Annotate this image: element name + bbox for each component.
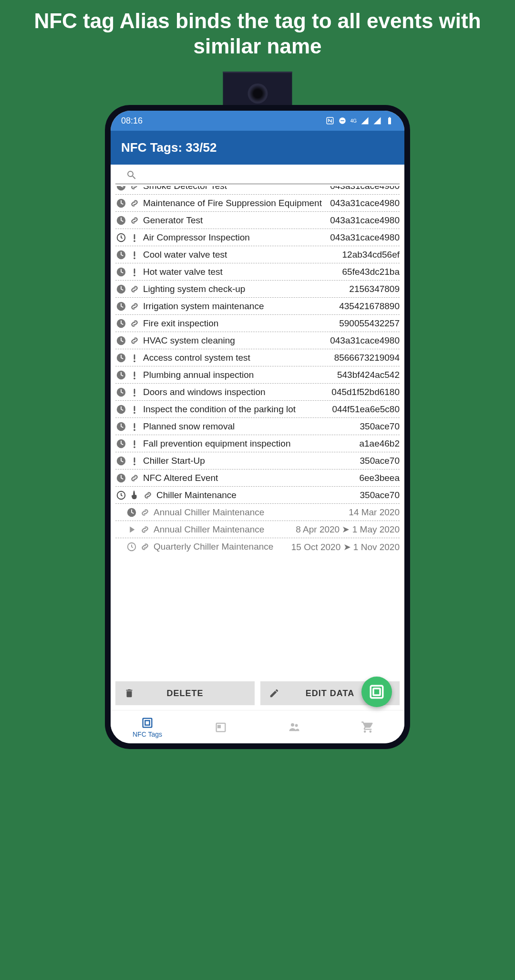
link-icon xyxy=(129,472,140,484)
people-nav-icon xyxy=(288,720,301,734)
list-item[interactable]: Plumbing annual inspection543bf424ac542 xyxy=(115,366,400,384)
list-item[interactable]: Access control system test8566673219094 xyxy=(115,349,400,366)
clock-filled-icon xyxy=(115,455,127,467)
svg-rect-3 xyxy=(388,118,391,125)
list-item[interactable]: Quarterly Chiller Maintenance15 Oct 2020… xyxy=(115,538,400,555)
svg-rect-4 xyxy=(389,117,391,118)
item-name: Maintenance of Fire Suppression Equipmen… xyxy=(142,198,325,209)
item-name: Annual Chiller Maintenance xyxy=(153,524,291,535)
svg-rect-15 xyxy=(134,268,135,273)
svg-point-16 xyxy=(134,274,135,276)
list-item[interactable]: Air Compressor Inspection043a31cace4980 xyxy=(115,229,400,246)
list-item[interactable]: Annual Chiller Maintenance8 Apr 2020 ➤ 1… xyxy=(115,521,400,538)
list-item[interactable]: Fire exit inspection590055432257 xyxy=(115,315,400,332)
item-value: 435421678890 xyxy=(336,301,400,312)
nfc-fab-icon xyxy=(369,684,385,700)
item-value: 043a31cace4980 xyxy=(327,215,400,226)
svg-point-53 xyxy=(291,723,294,726)
item-value: 12ab34cd56ef xyxy=(340,250,400,260)
delete-button[interactable]: DELETE xyxy=(115,681,255,705)
nav-cart[interactable] xyxy=(331,710,404,743)
search-icon xyxy=(126,169,137,181)
item-value: 14 Mar 2020 xyxy=(346,507,400,518)
list-item[interactable]: Irrigation system maintenance43542167889… xyxy=(115,298,400,315)
clock-filled-icon xyxy=(115,186,127,192)
tag-list[interactable]: Smoke Detector Test043a31cace4980Mainten… xyxy=(111,186,404,677)
excl-icon xyxy=(129,369,140,381)
excl-icon xyxy=(129,249,140,261)
svg-rect-9 xyxy=(134,234,135,239)
list-item[interactable]: Smoke Detector Test043a31cace4980 xyxy=(115,186,400,195)
item-name: Cool water valve test xyxy=(142,250,338,260)
item-name: Doors and windows inspection xyxy=(142,387,327,397)
list-item[interactable]: Inspect the condition of the parking lot… xyxy=(115,401,400,418)
item-name: Access control system test xyxy=(142,353,330,363)
excl-icon xyxy=(129,232,140,243)
link-gray-icon xyxy=(139,507,151,518)
clock-filled-icon xyxy=(115,301,127,312)
excl-icon xyxy=(129,455,140,467)
bottom-nav: NFC Tags xyxy=(111,710,404,743)
list-item[interactable]: Planned snow removal350ace70 xyxy=(115,418,400,435)
nav-calendar[interactable] xyxy=(184,710,258,743)
touch-icon xyxy=(129,490,140,501)
svg-point-44 xyxy=(134,490,135,492)
link-icon xyxy=(129,301,140,312)
svg-point-23 xyxy=(134,360,135,362)
svg-rect-48 xyxy=(373,688,380,695)
svg-rect-2 xyxy=(340,120,344,121)
item-name: NFC Altered Event xyxy=(142,473,354,483)
list-item[interactable]: Cool water valve test12ab34cd56ef xyxy=(115,246,400,263)
item-value: 044f51ea6e5c80 xyxy=(329,404,400,415)
item-value: 043a31cace4980 xyxy=(327,186,400,191)
clock-filled-icon xyxy=(126,507,137,518)
clock-outline-gray-icon xyxy=(126,541,137,553)
link-icon xyxy=(129,198,140,209)
item-name: Chiller Maintenance xyxy=(155,490,355,500)
svg-point-5 xyxy=(117,186,125,190)
svg-rect-22 xyxy=(134,354,135,359)
clock-filled-icon xyxy=(115,352,127,364)
nfc-nav-icon xyxy=(141,716,154,730)
search-input[interactable] xyxy=(115,165,400,184)
item-name: Chiller Start-Up xyxy=(142,456,355,466)
nfc-icon xyxy=(326,116,334,125)
clock-filled-icon xyxy=(115,404,127,415)
signal-icon-2 xyxy=(373,116,381,125)
item-name: Generator Test xyxy=(142,215,325,226)
nav-people[interactable] xyxy=(258,710,331,743)
list-item[interactable]: Hot water valve test65fe43dc21ba xyxy=(115,263,400,281)
list-item[interactable]: HVAC system cleaning043a31cace4980 xyxy=(115,332,400,349)
clock-filled-icon xyxy=(115,215,127,226)
link-gray-icon xyxy=(139,541,151,553)
list-item[interactable]: Chiller Start-Up350ace70 xyxy=(115,452,400,469)
cart-nav-icon xyxy=(361,720,374,734)
play-icon xyxy=(126,524,137,535)
list-item[interactable]: Generator Test043a31cace4980 xyxy=(115,212,400,229)
item-value: 8 Apr 2020 ➤ 1 May 2020 xyxy=(293,524,400,535)
nav-nfc-tags[interactable]: NFC Tags xyxy=(111,710,184,743)
svg-point-26 xyxy=(134,377,135,379)
svg-rect-12 xyxy=(134,251,135,256)
list-item[interactable]: Chiller Maintenance350ace70 xyxy=(115,487,400,504)
clock-outline-icon xyxy=(115,232,127,243)
excl-icon xyxy=(129,404,140,415)
clock-filled-icon xyxy=(115,198,127,209)
nfc-fab[interactable] xyxy=(361,677,392,707)
svg-rect-40 xyxy=(134,457,135,462)
item-value: 590055432257 xyxy=(336,318,400,329)
battery-icon xyxy=(385,116,394,125)
item-name: Irrigation system maintenance xyxy=(142,301,334,312)
list-item[interactable]: Fall prevention equipment inspectiona1ae… xyxy=(115,435,400,452)
clock-filled-icon xyxy=(115,249,127,261)
dnd-icon xyxy=(338,116,347,125)
list-item[interactable]: Maintenance of Fire Suppression Equipmen… xyxy=(115,195,400,212)
svg-rect-37 xyxy=(134,440,135,445)
list-item[interactable]: Lighting system check-up2156347809 xyxy=(115,281,400,298)
camera-popup xyxy=(223,72,292,110)
clock-filled-icon xyxy=(115,369,127,381)
list-item[interactable]: Annual Chiller Maintenance14 Mar 2020 xyxy=(115,504,400,521)
excl-icon xyxy=(129,438,140,449)
list-item[interactable]: NFC Altered Event6ee3beea xyxy=(115,469,400,487)
list-item[interactable]: Doors and windows inspection045d1f52bd61… xyxy=(115,384,400,401)
